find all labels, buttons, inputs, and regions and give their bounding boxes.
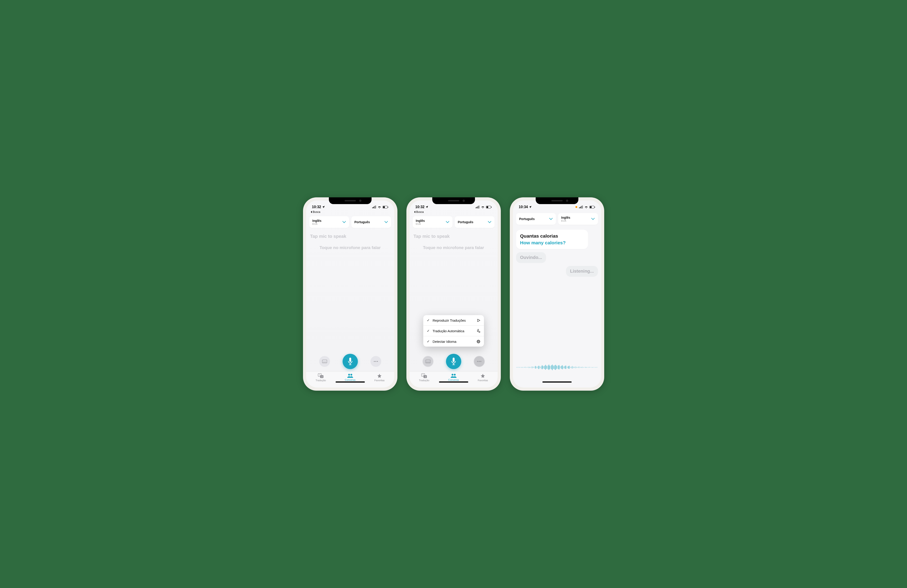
svg-rect-10 xyxy=(325,362,326,362)
tab-bar: A文 Tradução Conversa Favoritas xyxy=(410,371,498,388)
back-label: Busca xyxy=(313,210,320,213)
wifi-icon xyxy=(378,206,381,208)
tab-translate[interactable]: A文 Tradução xyxy=(410,373,439,382)
source-language-picker[interactable]: Português xyxy=(516,213,556,225)
status-time: 10:32 xyxy=(312,205,321,209)
more-options-button[interactable] xyxy=(370,356,381,367)
cellular-icon xyxy=(372,206,376,208)
star-icon xyxy=(377,373,382,378)
target-language-name: Inglês xyxy=(561,216,570,219)
svg-point-15 xyxy=(375,361,376,362)
conversation-area: Quantas calorias How many calories? Ouvi… xyxy=(513,227,601,280)
mic-gear-icon xyxy=(476,329,480,333)
svg-point-52 xyxy=(452,374,454,376)
tab-conversation[interactable]: Conversa xyxy=(439,373,468,382)
back-to-search[interactable]: Busca xyxy=(410,210,498,215)
menu-item-label: Reproduzir Traduções xyxy=(433,319,475,322)
home-indicator[interactable] xyxy=(439,381,468,383)
menu-item-play-translations[interactable]: ✓ Reproduzir Traduções xyxy=(423,315,484,326)
source-language-picker[interactable]: Inglês EUA xyxy=(309,216,349,228)
location-icon xyxy=(322,205,325,208)
star-icon xyxy=(480,373,485,378)
svg-rect-8 xyxy=(323,362,324,362)
svg-point-22 xyxy=(351,374,352,376)
svg-point-21 xyxy=(348,374,350,376)
target-language-sub: EUA xyxy=(561,219,570,222)
svg-rect-60 xyxy=(595,207,595,208)
svg-point-39 xyxy=(480,361,481,362)
svg-point-53 xyxy=(454,374,456,376)
tab-favorites[interactable]: Favoritas xyxy=(365,373,394,382)
battery-icon xyxy=(383,206,388,208)
svg-text:A: A xyxy=(422,374,424,376)
menu-item-detect-language[interactable]: ✓ Detectar Idioma xyxy=(423,336,484,347)
people-icon xyxy=(450,373,457,378)
tab-label: Conversa xyxy=(448,378,459,381)
status-time: 10:32 xyxy=(415,205,425,209)
screen: 10:32 Busca xyxy=(306,200,394,388)
prompt-area: Tap mic to speak Toque no microfone para… xyxy=(306,230,394,250)
svg-rect-31 xyxy=(426,362,427,362)
listening-bubble-target: Listening... xyxy=(566,266,598,276)
svg-rect-23 xyxy=(476,207,476,208)
svg-rect-54 xyxy=(579,207,580,208)
svg-rect-5 xyxy=(383,206,385,208)
status-time: 10:34 xyxy=(519,205,528,209)
tab-favorites[interactable]: Favoritas xyxy=(468,373,498,382)
svg-text:文: 文 xyxy=(425,376,426,378)
translation-bubble[interactable]: Quantas calorias How many calories? xyxy=(516,230,588,249)
svg-rect-3 xyxy=(375,206,376,208)
screen: 10:34 Português xyxy=(513,200,601,388)
source-language-name: Inglês xyxy=(416,219,425,223)
svg-point-14 xyxy=(374,361,375,362)
svg-rect-11 xyxy=(349,357,351,362)
check-icon: ✓ xyxy=(427,340,431,343)
svg-point-38 xyxy=(479,361,480,362)
target-language-picker[interactable]: Português xyxy=(351,216,391,228)
microphone-button[interactable] xyxy=(446,354,461,369)
mic-indicator-dot xyxy=(575,206,577,208)
prompt-area: Tap mic to speak Toque no microfone para… xyxy=(410,230,498,250)
menu-item-label: Detectar Idioma xyxy=(433,340,474,343)
tab-bar: A文 Tradução Conversa Favoritas xyxy=(306,371,394,388)
prompt-target: Toque no microfone para falar xyxy=(319,245,381,250)
home-indicator[interactable] xyxy=(336,381,365,383)
svg-rect-25 xyxy=(478,206,478,208)
tab-conversation[interactable]: Conversa xyxy=(335,373,365,382)
cellular-icon xyxy=(579,206,583,208)
more-options-button[interactable] xyxy=(474,356,485,367)
text-input-button[interactable] xyxy=(423,356,433,367)
text-input-button[interactable] xyxy=(319,356,330,367)
chevron-down-icon xyxy=(488,221,491,223)
globe-icon xyxy=(476,340,480,343)
check-icon: ✓ xyxy=(427,318,431,322)
prompt-source: Tap mic to speak xyxy=(310,234,346,239)
notch xyxy=(536,197,578,204)
svg-rect-59 xyxy=(590,206,591,208)
source-language-picker[interactable]: Inglês EUA xyxy=(413,216,452,228)
target-language-picker[interactable]: Português xyxy=(455,216,495,228)
svg-rect-34 xyxy=(452,357,455,362)
translate-icon: A文 xyxy=(318,373,324,378)
location-icon xyxy=(529,205,532,208)
svg-rect-26 xyxy=(479,206,479,208)
menu-item-auto-translate[interactable]: ✓ Tradução Automática xyxy=(423,326,484,336)
target-language-picker[interactable]: Inglês EUA xyxy=(558,213,598,225)
svg-rect-40 xyxy=(478,329,479,331)
chevron-down-icon xyxy=(446,221,449,223)
microphone-button[interactable] xyxy=(343,354,358,369)
location-icon xyxy=(425,205,428,208)
chevron-down-icon xyxy=(549,218,553,220)
svg-rect-30 xyxy=(426,360,430,363)
svg-rect-29 xyxy=(491,207,492,208)
source-language-name: Português xyxy=(519,217,535,221)
back-to-search[interactable]: Busca xyxy=(306,210,394,215)
options-menu: ✓ Reproduzir Traduções ✓ Tradução Automá… xyxy=(423,315,484,347)
svg-rect-1 xyxy=(373,207,374,208)
battery-icon xyxy=(590,206,595,208)
tab-translate[interactable]: A文 Tradução xyxy=(306,373,336,382)
svg-rect-55 xyxy=(580,207,581,208)
home-indicator[interactable] xyxy=(542,381,572,383)
people-icon xyxy=(347,373,354,378)
svg-rect-33 xyxy=(429,362,429,362)
